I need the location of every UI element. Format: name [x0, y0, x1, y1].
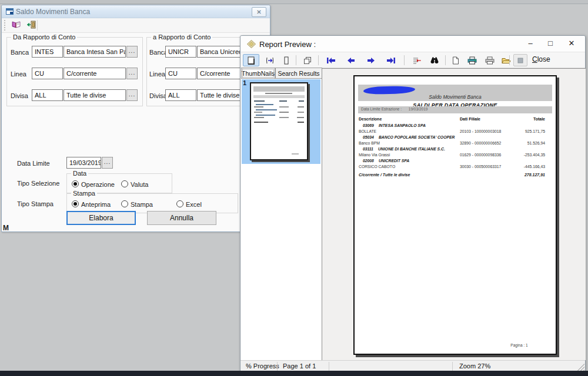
goto-page-button[interactable]	[409, 54, 425, 66]
maximize-button[interactable]: □	[540, 36, 560, 52]
last-page-button[interactable]	[383, 54, 399, 66]
toolbar-separator	[296, 55, 296, 65]
thumbnail-line	[279, 106, 289, 108]
print-report-button[interactable]	[10, 19, 22, 32]
saldo-movimenti-window: Saldo Movimenti Banca ✕	[1, 5, 270, 232]
tipo-stampa-label: Tipo Stampa	[17, 200, 54, 207]
toolbar-separator	[37, 20, 38, 31]
printer-gray-icon	[485, 56, 495, 65]
preview-close-button[interactable]: ✕	[562, 36, 582, 52]
from-banca-desc-input[interactable]: Banca Intesa San Pao	[64, 46, 126, 58]
thumbnail-line	[254, 112, 262, 113]
window-icon	[6, 8, 14, 15]
preview-pane[interactable]: Saldo Movimenti Banca SALDI PER DATA OPE…	[322, 68, 586, 360]
stampa-radio[interactable]	[121, 200, 128, 207]
exit-button[interactable]	[25, 19, 38, 32]
from-divisa-desc-input[interactable]: Tutte le divise	[64, 89, 126, 101]
elabora-button[interactable]: Elabora	[66, 211, 136, 225]
from-banca-browse-button[interactable]: ...	[126, 46, 138, 58]
next-page-button[interactable]	[363, 54, 379, 66]
goto-page-icon	[413, 57, 421, 64]
fit-width-view-button[interactable]	[262, 54, 278, 66]
thumbnail-selected-item[interactable]: 1	[242, 79, 320, 164]
disabled-icon	[517, 58, 523, 63]
first-page-button[interactable]	[323, 54, 339, 66]
excel-radio[interactable]	[176, 200, 183, 207]
from-divisa-browse-button[interactable]: ...	[126, 89, 138, 101]
stampa-group-title: Stampa	[71, 190, 97, 197]
multi-page-view-button[interactable]	[299, 54, 316, 66]
resize-grip[interactable]	[577, 364, 584, 371]
from-linea-desc-input[interactable]: C/corrente	[64, 68, 126, 79]
to-group-title: a Rapporto di Conto	[151, 33, 212, 41]
preview-titlebar[interactable]: Report Preview : – □ ✕	[240, 36, 585, 52]
stampa-label[interactable]: Stampa	[131, 201, 153, 208]
preview-statusbar: % Progress Page 1 of 1 Zoom 27%	[240, 360, 585, 371]
report-book-icon	[11, 20, 21, 29]
excel-label[interactable]: Excel	[186, 201, 202, 208]
fit-width-icon	[266, 56, 274, 65]
extraction-band: Data Limite Estrazione : 19/03/2019	[358, 106, 552, 113]
close-preview-button[interactable]: Close	[532, 55, 550, 63]
printer-color-icon	[467, 56, 477, 65]
from-linea-browse-button[interactable]: ...	[126, 68, 138, 79]
thumbnail-line	[299, 100, 304, 102]
form-close-button[interactable]: ✕	[252, 7, 266, 17]
minimize-button[interactable]: –	[520, 36, 540, 52]
open-report-button[interactable]	[498, 54, 514, 66]
extraction-label: Data Limite Estrazione :	[361, 107, 402, 111]
operazione-label[interactable]: Operazione	[81, 181, 115, 188]
previous-page-button[interactable]	[343, 54, 359, 66]
search-button[interactable]	[426, 54, 443, 66]
to-divisa-code-input[interactable]: ALL	[165, 89, 196, 101]
form-titlebar[interactable]: Saldo Movimenti Banca ✕	[2, 5, 270, 18]
stampa-radio-group: Stampa Anteprima Stampa Excel	[66, 193, 238, 213]
table-row: BOLLATE 20103 - 100000003018 925.171,75	[359, 129, 545, 133]
table-row: Milano Via Grassi 01629 - 000000098336 -…	[359, 153, 545, 157]
thumbnail-line	[253, 95, 305, 98]
from-account-group: Da Rapporto di Conto Banca INTES Banca I…	[6, 37, 143, 106]
to-banca-code-input[interactable]: UNICR	[165, 46, 196, 58]
valuta-label[interactable]: Valuta	[131, 181, 148, 188]
from-linea-code-input[interactable]: CU	[32, 68, 63, 79]
thumbnail-line	[279, 112, 289, 113]
print-setup-button[interactable]	[482, 54, 498, 66]
toolbar-separator	[509, 55, 510, 65]
single-page-view-button[interactable]	[243, 54, 259, 66]
full-page-view-button[interactable]	[279, 54, 293, 66]
thumbnail-page[interactable]	[250, 82, 308, 160]
first-page-arrow-icon	[326, 57, 336, 64]
operazione-radio[interactable]	[72, 180, 79, 187]
data-limite-input[interactable]: 19/03/2019	[66, 157, 101, 169]
from-divisa-code-input[interactable]: ALL	[32, 89, 63, 101]
tab-search-results[interactable]: Search Results	[275, 68, 322, 79]
toolbar-separator	[404, 55, 405, 65]
last-page-arrow-icon	[386, 57, 396, 64]
thumbnail-line	[265, 93, 292, 94]
next-page-arrow-icon	[367, 57, 375, 64]
to-linea-code-input[interactable]: CU	[165, 68, 196, 79]
thumbnail-line	[254, 122, 268, 123]
thumbnail-panel: 1	[241, 78, 322, 360]
thumbnail-line	[298, 112, 304, 113]
report-header-band: Saldo Movimenti Banca	[358, 85, 552, 101]
thumbnail-line	[297, 117, 304, 118]
exit-door-icon	[27, 20, 36, 29]
zoom-status: Zoom 27%	[459, 362, 490, 370]
tab-thumbnails[interactable]: ThumbNails	[241, 68, 275, 79]
anteprima-label[interactable]: Anteprima	[81, 201, 111, 208]
toolbar-separator	[445, 55, 446, 65]
column-dati-filiale: Dati Filiale	[460, 117, 480, 121]
binoculars-icon	[430, 56, 439, 64]
thumbnail-line	[298, 122, 304, 123]
data-limite-browse-button[interactable]: ...	[102, 157, 113, 169]
print-button[interactable]	[464, 54, 480, 66]
valuta-radio[interactable]	[121, 180, 128, 187]
from-banca-code-input[interactable]: INTES	[32, 46, 63, 58]
anteprima-radio[interactable]	[72, 200, 79, 207]
annulla-button[interactable]: Annulla	[147, 211, 216, 225]
toolbar-separator	[318, 55, 319, 65]
thumbnail-line	[279, 100, 287, 102]
new-page-button[interactable]	[449, 54, 463, 66]
table-group-row: 05034BANCO POPOLARE SOCIETA' COOPER	[363, 135, 455, 139]
